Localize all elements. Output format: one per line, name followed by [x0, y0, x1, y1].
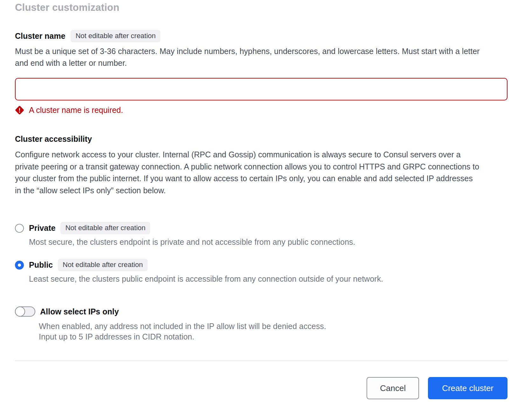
toggle-knob [15, 306, 25, 317]
allow-select-ips-toggle[interactable] [15, 306, 35, 317]
private-not-editable-badge: Not editable after creation [60, 222, 150, 234]
cluster-accessibility-description: Configure network access to your cluster… [15, 149, 480, 196]
radio-public-description: Least secure, the clusters public endpoi… [29, 274, 474, 284]
cluster-name-error: A cluster name is required. [15, 106, 508, 115]
create-cluster-button[interactable]: Create cluster [428, 377, 508, 399]
cluster-name-label: Cluster name [15, 31, 65, 41]
radio-option-public[interactable]: Public Not editable after creation [15, 259, 508, 271]
cluster-name-helper-text: Must be a unique set of 3-36 characters.… [15, 45, 483, 69]
footer-divider [15, 360, 508, 361]
alert-diamond-icon [15, 106, 24, 115]
cluster-name-not-editable-badge: Not editable after creation [71, 30, 160, 42]
cancel-button[interactable]: Cancel [367, 377, 419, 399]
radio-option-private[interactable]: Private Not editable after creation [15, 222, 508, 234]
footer-actions: Cancel Create cluster [15, 377, 508, 399]
page-title: Cluster customization [15, 2, 508, 13]
allow-select-ips-row[interactable]: Allow select IPs only [15, 306, 508, 317]
cluster-name-label-row: Cluster name Not editable after creation [15, 30, 508, 42]
radio-private-label[interactable]: Private [29, 223, 55, 233]
allow-select-ips-label[interactable]: Allow select IPs only [40, 307, 119, 316]
radio-private[interactable] [15, 224, 24, 233]
allow-select-ips-description-line2: Input up to 5 IP addresses in CIDR notat… [39, 332, 452, 342]
cluster-customization-form: Cluster customization Cluster name Not e… [0, 2, 532, 399]
radio-public[interactable] [15, 261, 24, 270]
public-not-editable-badge: Not editable after creation [58, 259, 148, 271]
radio-private-description: Most secure, the clusters endpoint is pr… [29, 237, 474, 247]
allow-select-ips-description: When enabled, any address not included i… [39, 321, 452, 342]
radio-public-label[interactable]: Public [29, 260, 53, 270]
allow-select-ips-description-line1: When enabled, any address not included i… [39, 321, 452, 332]
cluster-accessibility-heading: Cluster accessibility [15, 134, 508, 144]
cluster-name-error-text: A cluster name is required. [29, 106, 123, 115]
cluster-name-input[interactable] [15, 78, 508, 100]
